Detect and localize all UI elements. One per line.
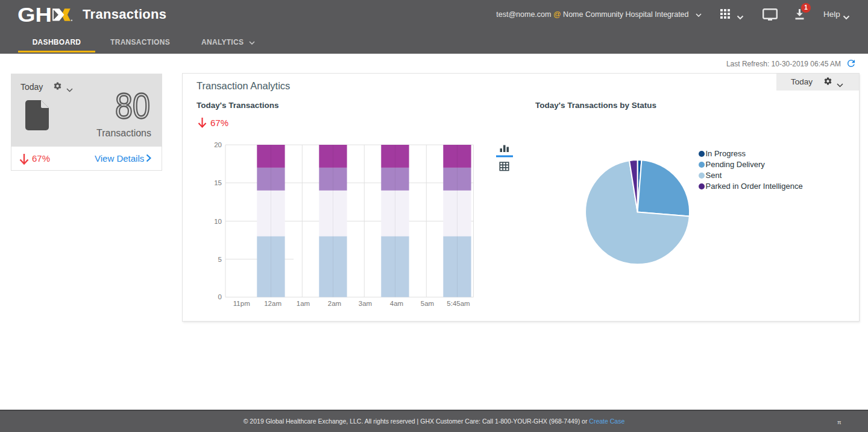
svg-text:80: 80: [115, 87, 150, 124]
svg-text:4am: 4am: [390, 300, 403, 307]
svg-text:12am: 12am: [264, 300, 281, 307]
svg-text:5:45am: 5:45am: [447, 300, 470, 307]
svg-text:11pm: 11pm: [233, 300, 250, 307]
svg-text:2am: 2am: [328, 300, 341, 307]
svg-text:3am: 3am: [359, 300, 372, 307]
svg-text:15: 15: [214, 179, 222, 186]
svg-text:0: 0: [218, 293, 222, 300]
svg-text:5am: 5am: [421, 300, 434, 307]
svg-text:10: 10: [214, 218, 222, 225]
svg-text:20: 20: [214, 141, 222, 148]
svg-text:GH: GH: [17, 7, 52, 22]
svg-text:1am: 1am: [297, 300, 310, 307]
svg-text:5: 5: [218, 256, 222, 263]
